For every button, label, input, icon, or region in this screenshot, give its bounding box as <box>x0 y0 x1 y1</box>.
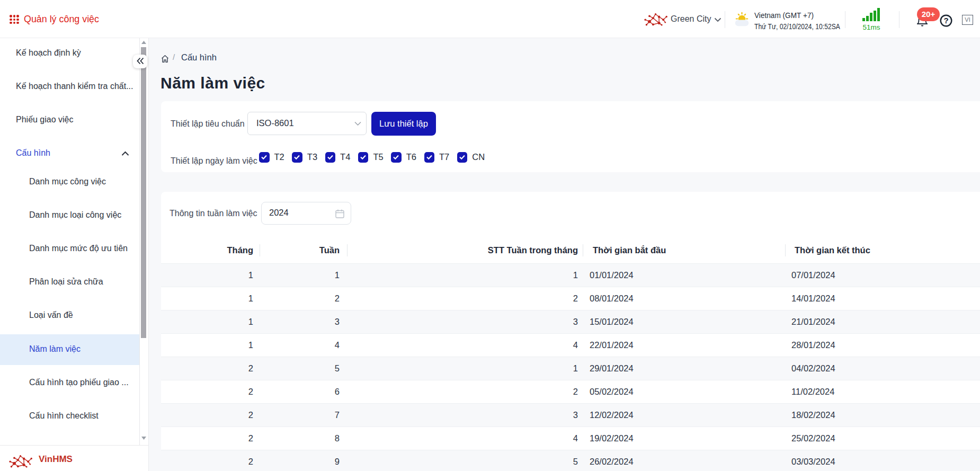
svg-text:?: ? <box>943 16 948 25</box>
